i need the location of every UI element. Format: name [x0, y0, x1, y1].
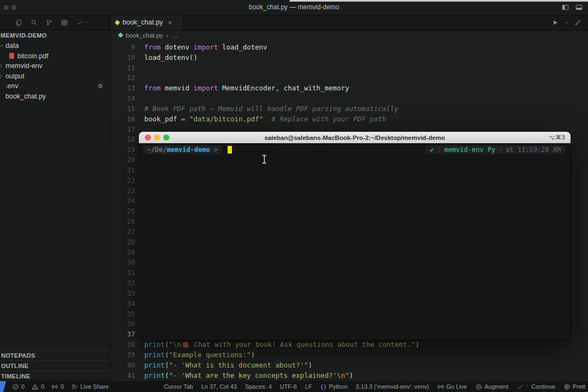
code-line-text: # Book PDF path — Memvid will handle PDF…: [135, 104, 399, 114]
line-number: 11: [110, 63, 135, 74]
status-ln-37-col-43[interactable]: Ln 37, Col 43: [201, 383, 237, 390]
line-number: 16: [110, 114, 135, 125]
line-number: 23: [110, 186, 135, 197]
pencil-icon[interactable]: [574, 19, 581, 26]
code-line-39: 39print("Example questions:"): [110, 350, 588, 360]
status-continue[interactable]: Continue: [517, 383, 555, 390]
remote-indicator[interactable]: [0, 381, 6, 392]
status-augment[interactable]: Augment: [475, 383, 509, 390]
line-number: 34: [110, 299, 135, 309]
tower-icon: [437, 383, 444, 390]
run-button[interactable]: [552, 19, 559, 26]
tab-book-chat-py[interactable]: book_chat.py ×: [110, 15, 184, 30]
close-icon[interactable]: ×: [168, 19, 172, 27]
check-icon[interactable]: [76, 19, 89, 26]
line-number: 38: [110, 340, 135, 350]
extensions-icon[interactable]: [61, 19, 68, 26]
code-line-10: 10load_dotenv(): [110, 53, 588, 63]
status-go-live[interactable]: Go Live: [437, 383, 467, 390]
status-label: Augment: [485, 383, 509, 390]
status-3-13-3-memvid-env-venv[interactable]: 3.13.3 ('memvid-env': venv): [356, 383, 428, 390]
code-line-9: 9from dotenv import load_dotenv: [110, 42, 588, 53]
file-item-env[interactable]: .env⚙: [0, 81, 110, 91]
layout-panel-icon[interactable]: [575, 4, 583, 11]
line-number: 39: [110, 350, 135, 360]
prompt-path-current: memvid-demo: [167, 146, 210, 154]
sidebar-section-timeline[interactable]: TIMELINE: [0, 371, 110, 381]
shell-prompt: ~/De/memvid-demo>: [143, 145, 232, 154]
file-item-output[interactable]: output: [0, 71, 110, 82]
augment-icon: [475, 383, 482, 390]
layout-sidebar-icon[interactable]: [562, 4, 569, 11]
breadcrumb-separator: ›: [166, 32, 168, 39]
code-line-text: print("- 'What are the key concepts expl…: [135, 371, 353, 381]
line-number: 33: [110, 289, 135, 299]
code-line-text: from memvid import MemvidEncoder, chat_w…: [135, 83, 349, 94]
code-line-38: 38print("\n Chat with your book! Ask que…: [110, 340, 588, 350]
code-line-15: 15# Book PDF path — Memvid will handle P…: [110, 104, 588, 114]
exit-status-check: ✔: [430, 146, 434, 154]
file-item-data[interactable]: data: [0, 41, 110, 51]
prompt-path-pill: ~/De/memvid-demo>: [143, 145, 222, 154]
status-live-share[interactable]: Live Share: [71, 383, 109, 390]
terminal-title: saleban@salebans-MacBook-Pro-2:~/Desktop…: [139, 134, 571, 141]
status-lf[interactable]: LF: [305, 383, 312, 390]
status-label: 0: [41, 383, 44, 390]
search-icon[interactable]: [30, 19, 38, 26]
terminal-body[interactable]: ~/De/memvid-demo> ✔ memvid-env Py at 11:…: [139, 143, 571, 340]
line-number: 41: [110, 371, 135, 381]
status-label: 0: [21, 383, 24, 390]
explorer-root-header[interactable]: MEMVID-DEMO: [0, 30, 110, 41]
line-number: 37: [110, 329, 135, 340]
source-control-icon[interactable]: [46, 19, 53, 26]
status-python[interactable]: {}Python: [320, 383, 347, 390]
line-number: 22: [110, 176, 135, 186]
chevron-down-icon: [0, 42, 4, 49]
file-item-bitcoin-pdf[interactable]: bitcoin.pdf: [0, 51, 110, 62]
liveshare-icon: [71, 383, 78, 390]
status-bar-right: Cursor TabLn 37, Col 43Spaces: 4UTF-8LF{…: [164, 383, 588, 390]
status-cursor-tab[interactable]: Cursor Tab: [164, 383, 193, 390]
activity-toolbar: [15, 15, 89, 30]
prompt-path-prefix: ~/De: [147, 146, 163, 154]
code-line-text: print("\n Chat with your book! Ask quest…: [135, 340, 419, 350]
code-line-text: print("- 'What is this document about?'"…: [135, 360, 313, 371]
chevron-right-icon: [0, 73, 4, 79]
status-0[interactable]: 0: [12, 383, 24, 390]
line-number: 17: [110, 125, 135, 135]
breadcrumb-more[interactable]: …: [171, 32, 178, 39]
line-number: 19: [110, 145, 135, 155]
explorer-sidebar: MEMVID-DEMO databitcoin.pdfmemvid-envout…: [0, 30, 111, 381]
tower-icon: [51, 383, 58, 390]
code-line-text: [135, 94, 144, 104]
code-line-40: 40print("- 'What is this document about?…: [110, 360, 588, 371]
terminal-window[interactable]: saleban@salebans-MacBook-Pro-2:~/Desktop…: [139, 132, 571, 340]
terminal-titlebar[interactable]: saleban@salebans-MacBook-Pro-2:~/Desktop…: [139, 132, 571, 143]
terminal-cursor: [228, 146, 232, 154]
status-label: Spaces: 4: [245, 383, 272, 390]
chevron-down-icon[interactable]: [564, 20, 569, 25]
window-title: book_chat.py — memvid-demo: [0, 3, 588, 11]
status-0[interactable]: 0: [51, 383, 64, 390]
pdf-file-icon: [9, 53, 14, 59]
file-item-book-chat-py[interactable]: book_chat.py: [0, 91, 110, 102]
status-spaces-4[interactable]: Spaces: 4: [245, 383, 272, 390]
breadcrumb-file[interactable]: book_chat.py: [126, 32, 163, 39]
status-0[interactable]: 0: [32, 383, 44, 390]
file-item-label: data: [5, 42, 19, 50]
gear-icon[interactable]: ⚙: [97, 83, 103, 90]
status-utf-8[interactable]: UTF-8: [280, 383, 297, 390]
file-item-memvid-env[interactable]: memvid-env: [0, 61, 110, 71]
python-file-icon: [118, 33, 124, 38]
status-label: Cursor Tab: [164, 383, 193, 390]
files-icon[interactable]: [15, 19, 22, 26]
status-prett[interactable]: Prett: [564, 383, 585, 390]
tab-label: book_chat.py: [122, 19, 163, 26]
sidebar-section-notepads[interactable]: NOTEPADS: [0, 350, 110, 360]
line-number: 27: [110, 227, 135, 237]
line-number: 36: [110, 319, 135, 329]
code-line-13: 13from memvid import MemvidEncoder, chat…: [110, 83, 588, 94]
breadcrumb[interactable]: book_chat.py › …: [110, 30, 588, 40]
line-number: 29: [110, 248, 135, 258]
sidebar-section-outline[interactable]: OUTLINE: [0, 360, 110, 371]
